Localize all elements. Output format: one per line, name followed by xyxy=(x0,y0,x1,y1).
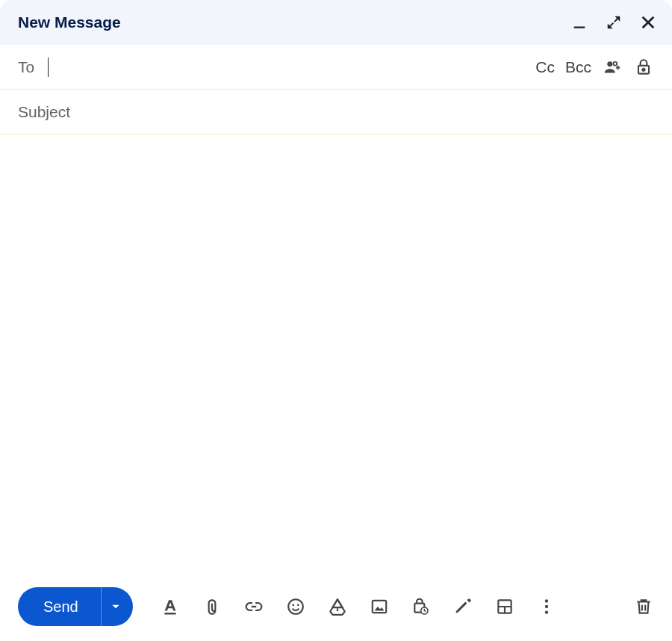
attach-button[interactable] xyxy=(202,596,223,617)
cc-link[interactable]: Cc xyxy=(535,58,555,76)
delete-icon xyxy=(634,597,653,616)
image-icon xyxy=(370,597,389,616)
compose-window: New Message To Cc Bcc xyxy=(0,0,672,641)
compose-toolbar: Send xyxy=(0,578,672,641)
subject-row xyxy=(0,90,672,134)
signature-icon xyxy=(453,597,473,616)
send-group: Send xyxy=(18,587,133,626)
emoji-button[interactable] xyxy=(285,596,306,617)
attach-icon xyxy=(202,597,222,616)
more-icon xyxy=(537,597,556,616)
minimize-button[interactable] xyxy=(569,12,590,33)
body-editor[interactable] xyxy=(18,148,654,565)
bcc-link[interactable]: Bcc xyxy=(565,58,591,76)
send-button[interactable]: Send xyxy=(18,587,101,626)
svg-point-1 xyxy=(607,61,612,66)
svg-point-8 xyxy=(297,604,299,607)
subject-input[interactable] xyxy=(18,103,654,121)
svg-point-17 xyxy=(545,610,548,613)
svg-rect-5 xyxy=(164,613,175,614)
contacts-button[interactable] xyxy=(602,57,623,78)
layout-button[interactable] xyxy=(494,596,515,617)
to-label: To xyxy=(18,58,34,76)
formatting-button[interactable] xyxy=(160,596,181,617)
image-button[interactable] xyxy=(369,596,390,617)
fullscreen-button[interactable] xyxy=(603,12,624,33)
link-icon xyxy=(244,597,264,616)
tool-icons xyxy=(160,596,557,617)
svg-point-7 xyxy=(292,604,294,607)
confidential-mode-button[interactable] xyxy=(411,596,432,617)
layout-icon xyxy=(495,597,514,616)
minimize-icon xyxy=(571,14,588,31)
svg-point-9 xyxy=(337,607,338,608)
more-options-button[interactable] xyxy=(536,596,557,617)
chevron-down-icon xyxy=(111,601,121,612)
body-area xyxy=(0,134,672,578)
fullscreen-icon xyxy=(606,14,622,31)
svg-rect-10 xyxy=(373,601,386,613)
confidential-icon xyxy=(411,597,431,616)
to-right-controls: Cc Bcc xyxy=(535,57,654,78)
compose-header: New Message xyxy=(0,0,672,45)
drive-button[interactable] xyxy=(327,596,348,617)
header-title: New Message xyxy=(18,13,121,31)
svg-rect-0 xyxy=(574,27,585,28)
link-button[interactable] xyxy=(243,596,264,617)
discard-button[interactable] xyxy=(633,596,654,617)
close-icon xyxy=(640,14,656,31)
formatting-icon xyxy=(161,597,180,616)
to-input-wrap xyxy=(43,55,526,79)
to-input[interactable] xyxy=(49,55,526,79)
emoji-icon xyxy=(286,597,305,616)
to-row: To Cc Bcc xyxy=(0,45,672,90)
svg-point-15 xyxy=(545,599,548,602)
lock-icon xyxy=(634,58,653,77)
svg-point-6 xyxy=(288,599,303,614)
signature-button[interactable] xyxy=(452,596,473,617)
contacts-icon xyxy=(603,58,622,77)
close-button[interactable] xyxy=(638,12,659,33)
svg-point-16 xyxy=(545,605,548,608)
header-controls xyxy=(569,12,659,33)
send-more-button[interactable] xyxy=(101,587,133,626)
drive-icon xyxy=(328,597,347,616)
confidential-lock-button[interactable] xyxy=(633,57,654,78)
svg-point-4 xyxy=(642,68,644,70)
svg-point-2 xyxy=(613,61,617,65)
